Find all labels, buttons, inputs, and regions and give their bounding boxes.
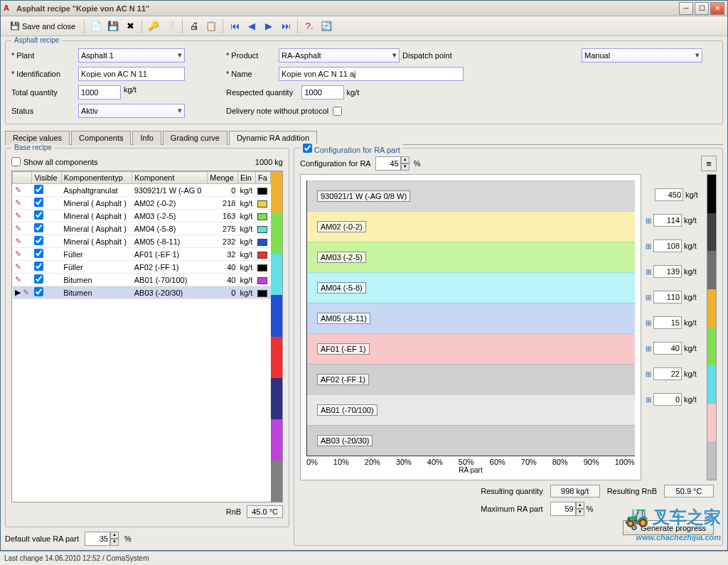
resulting-qty-label: Resulting quantity: [481, 487, 542, 495]
refresh-button[interactable]: 🔄: [318, 18, 334, 34]
identification-input[interactable]: [78, 67, 185, 81]
chart-band: AF02 (-FF 1): [307, 364, 635, 394]
delete-button[interactable]: ✖: [122, 18, 138, 34]
tab-recipe-values[interactable]: Recipe values: [5, 131, 70, 145]
identification-label: * Identification: [11, 70, 75, 78]
showall-label: Show all components: [23, 158, 98, 166]
chart-band: AF01 (-EF 1): [307, 333, 635, 364]
generate-progress-button[interactable]: ⚙Generate progress: [623, 520, 714, 535]
band-value-row: ⊞kg/t: [646, 342, 702, 355]
default-ra-label: Default value RA part: [5, 534, 79, 543]
dispatch-select[interactable]: [582, 48, 702, 63]
asphalt-recipe-group: Asphalt recipe * Plant * Product Dispatc…: [5, 41, 723, 124]
respq-input[interactable]: [301, 85, 344, 99]
band-value-input[interactable]: [655, 188, 683, 201]
chart-menu-button[interactable]: ≡: [701, 156, 717, 171]
band-value-row: kg/t: [646, 188, 702, 201]
delnote-row: Delivery note without protocol: [226, 107, 466, 116]
window-title: Asphalt recipe "Kopie von AC N 11": [16, 4, 679, 13]
lock-icon: ⊞: [646, 345, 651, 353]
band-value-input[interactable]: [653, 265, 682, 278]
lock-icon: ⊞: [646, 370, 651, 378]
key-button[interactable]: 🔑: [146, 18, 161, 34]
info-button[interactable]: ?.: [301, 18, 317, 34]
table-row[interactable]: ✎FüllerAF01 (-EF 1)32kg/t: [13, 248, 271, 261]
close-button[interactable]: ✕: [710, 2, 724, 15]
tab-info[interactable]: Info: [132, 131, 161, 145]
band-value-row: ⊞kg/t: [646, 265, 702, 278]
config-ra-spinner[interactable]: ▲▼: [375, 156, 410, 171]
band-value-input[interactable]: [653, 316, 682, 329]
lock-icon: ⊞: [646, 217, 651, 225]
band-value-row: ⊞kg/t: [646, 240, 702, 252]
dispatch-label: Dispatch point: [402, 51, 466, 60]
product-select[interactable]: [279, 48, 400, 63]
config-ra-label: Configuration for RA: [300, 159, 371, 168]
maximize-button[interactable]: ☐: [695, 2, 709, 15]
save-button[interactable]: 💾: [105, 18, 121, 34]
plant-select[interactable]: [78, 48, 185, 63]
totalq-input[interactable]: [78, 85, 121, 99]
chart-band: AM05 (-8-11): [307, 303, 635, 333]
resulting-qty-value: 998 kg/t: [550, 485, 600, 497]
table-row[interactable]: ✎Mineral ( Asphalt )AM03 (-2-5)163kg/t: [13, 210, 271, 222]
tab-dynamic-ra-addition[interactable]: Dynamic RA addition: [229, 131, 317, 145]
minimize-button[interactable]: ─: [679, 2, 693, 15]
base-total: 1000 kg: [255, 158, 283, 166]
next-button[interactable]: ▶: [261, 18, 277, 34]
band-value-input[interactable]: [653, 342, 682, 355]
band-value-input[interactable]: [653, 291, 682, 303]
chart-band: 930921/1 W (-AG 0/8 W): [307, 181, 635, 211]
base-recipe-group: Base recipe Show all components 1000 kg …: [5, 148, 289, 527]
rnb-label: RnB: [226, 507, 241, 516]
ra-chart[interactable]: ✕ ✖: [300, 174, 641, 480]
lock-icon: ⊞: [646, 319, 651, 327]
respq-label: Respected quantity kg/t: [226, 85, 400, 99]
band-value-row: ⊞kg/t: [646, 367, 702, 380]
plant-label: * Plant: [11, 51, 75, 60]
app-window: A Asphalt recipe "Kopie von AC N 11" ─ ☐…: [0, 0, 728, 551]
save-and-close-button[interactable]: 💾Save and close: [5, 18, 80, 34]
tab-components[interactable]: Components: [71, 131, 131, 145]
x-axis-label: RA part: [306, 466, 635, 474]
resulting-rnb-label: Resulting RnB: [607, 487, 657, 495]
table-row[interactable]: ✎Asphaltgranulat930921/1 W (-AG 00kg/t: [13, 184, 271, 197]
band-value-input[interactable]: [653, 393, 682, 406]
totalq-label: Total quantity: [11, 88, 75, 97]
delnote-checkbox[interactable]: [333, 107, 342, 116]
product-label: * Product: [226, 51, 276, 60]
max-ra-spinner[interactable]: ▲▼: [550, 502, 584, 516]
table-row[interactable]: ✎Mineral ( Asphalt )AM04 (-5-8)275kg/t: [13, 222, 271, 235]
prev-button[interactable]: ◀: [244, 18, 259, 34]
table-row[interactable]: ✎Mineral ( Asphalt )AM05 (-8-11)232kg/t: [13, 235, 271, 248]
showall-checkbox[interactable]: [11, 157, 21, 166]
status-select[interactable]: [78, 104, 185, 118]
resulting-rnb-value: 50.9 °C: [664, 485, 714, 497]
lock-icon: ⊞: [646, 294, 651, 301]
name-label: * Name: [226, 70, 276, 78]
preview-button[interactable]: 📋: [203, 18, 219, 34]
help-button[interactable]: ❔: [163, 18, 178, 34]
band-value-input[interactable]: [653, 214, 682, 227]
titlebar: A Asphalt recipe "Kopie von AC N 11" ─ ☐…: [1, 1, 727, 16]
name-input[interactable]: [279, 67, 464, 81]
config-ra-checkbox[interactable]: [303, 144, 312, 153]
table-row[interactable]: ✎FüllerAF02 (-FF 1)40kg/t: [13, 261, 271, 274]
value-column: kg/t⊞kg/t⊞kg/t⊞kg/t⊞kg/t⊞kg/t⊞kg/t⊞kg/t⊞…: [646, 174, 702, 480]
first-button[interactable]: ⏮: [227, 18, 242, 34]
band-value-row: ⊞kg/t: [646, 291, 702, 303]
tab-grading-curve[interactable]: Grading curve: [163, 131, 228, 145]
print-button[interactable]: 🖨: [186, 18, 202, 34]
components-table[interactable]: VisibleKomponententypKomponentMengeEinFa…: [12, 171, 271, 502]
table-row[interactable]: ▶ ✎BitumenAB03 (-20/30)0kg/t: [13, 286, 271, 299]
band-value-row: ⊞kg/t: [646, 393, 702, 406]
band-value-row: ⊞kg/t: [646, 316, 702, 329]
last-button[interactable]: ⏭: [278, 18, 294, 34]
band-value-input[interactable]: [653, 240, 682, 252]
default-ra-spinner[interactable]: ▲▼: [85, 532, 119, 546]
table-row[interactable]: ✎BitumenAB01 (-70/100)40kg/t: [13, 274, 271, 286]
chart-band: AB01 (-70/100): [307, 394, 635, 425]
new-button[interactable]: 📄: [88, 18, 104, 34]
table-row[interactable]: ✎Mineral ( Asphalt )AM02 (-0-2)218kg/t: [13, 197, 271, 210]
band-value-input[interactable]: [653, 367, 682, 380]
